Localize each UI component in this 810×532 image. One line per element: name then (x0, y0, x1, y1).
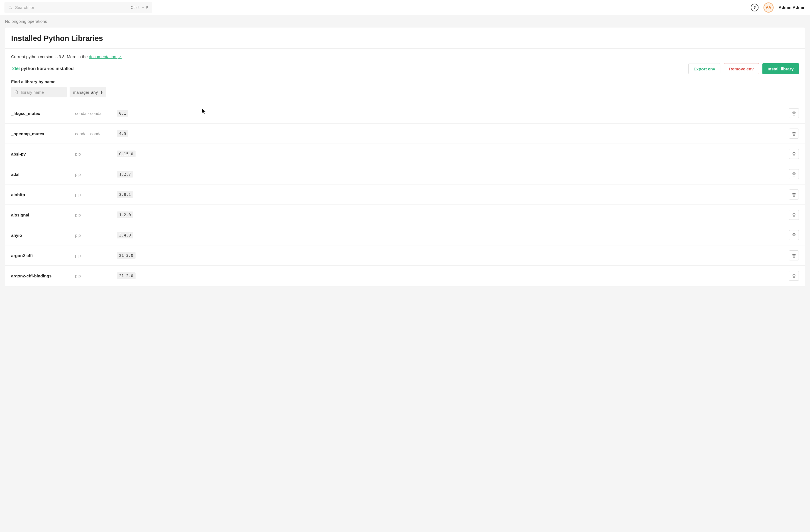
library-search-input[interactable] (21, 90, 63, 95)
delete-button[interactable] (789, 250, 799, 261)
library-name: argon2-cffi (11, 253, 75, 258)
trash-icon (792, 193, 796, 197)
delete-button[interactable] (789, 189, 799, 199)
panel-header: Installed Python Libraries (5, 28, 805, 49)
trash-icon (792, 132, 796, 136)
library-manager: pip (75, 253, 117, 258)
libraries-table: _libgcc_mutexconda - conda0.1_openmp_mut… (5, 103, 805, 286)
global-search-box[interactable]: Ctrl + P (4, 2, 152, 13)
delete-button[interactable] (789, 108, 799, 118)
library-name: _libgcc_mutex (11, 111, 75, 116)
library-version: 21.2.0 (117, 272, 788, 279)
shortcut-ctrl: Ctrl (131, 5, 140, 10)
library-manager: pip (75, 233, 117, 238)
svg-point-0 (9, 6, 11, 8)
library-version: 3.4.0 (117, 232, 788, 238)
external-link-icon: ↗ (118, 54, 122, 59)
library-manager: conda - conda (75, 111, 117, 116)
page-title: Installed Python Libraries (11, 34, 799, 43)
manager-label: manager (73, 90, 90, 95)
library-version: 0.1 (117, 110, 788, 117)
table-row: anyiopip3.4.0 (5, 225, 805, 245)
username: Admin Admin (779, 5, 806, 10)
trash-icon (792, 213, 796, 217)
shortcut-key: P (146, 5, 148, 10)
filter-controls: manager any ▲▼ (11, 87, 799, 97)
table-row: aiosignalpip1.2.0 (5, 205, 805, 225)
library-version: 3.8.1 (117, 191, 788, 198)
library-name: adal (11, 172, 75, 177)
manager-value: any (91, 90, 98, 95)
library-search-box[interactable] (11, 87, 67, 97)
help-icon[interactable]: ? (751, 4, 759, 12)
version-text: Current python version is 3.8. More in t… (11, 54, 89, 59)
count-row: 256 python libraries installed Export en… (11, 63, 799, 74)
library-manager: pip (75, 172, 117, 177)
delete-button[interactable] (789, 169, 799, 179)
search-icon (9, 5, 12, 10)
python-version-info: Current python version is 3.8. More in t… (11, 54, 799, 59)
table-row: argon2-cffipip21.3.0 (5, 245, 805, 266)
delete-button[interactable] (789, 271, 799, 281)
trash-icon (792, 152, 796, 156)
delete-button[interactable] (789, 230, 799, 240)
library-manager: pip (75, 273, 117, 278)
count-suffix: python libraries installed (20, 66, 74, 71)
documentation-link[interactable]: documentation ↗ (89, 54, 122, 59)
avatar[interactable]: AA (763, 2, 774, 13)
library-name: anyio (11, 233, 75, 238)
library-version: 1.2.0 (117, 212, 788, 218)
table-row: aiohttppip3.8.1 (5, 184, 805, 205)
global-search-input[interactable] (15, 5, 131, 10)
topbar: Ctrl + P ? AA Admin Admin (0, 0, 810, 15)
library-name: aiohttp (11, 192, 75, 197)
library-name: _openmp_mutex (11, 131, 75, 136)
filter-label: Find a library by name (11, 79, 799, 84)
table-row: _openmp_mutexconda - conda4.5 (5, 123, 805, 144)
library-version: 4.5 (117, 130, 788, 137)
library-version: 21.3.0 (117, 252, 788, 259)
library-manager: pip (75, 152, 117, 156)
operations-status: No ongoing operations (0, 15, 810, 28)
count-number: 256 (12, 66, 20, 71)
library-manager: pip (75, 213, 117, 217)
sort-icon: ▲▼ (100, 90, 103, 94)
svg-line-3 (17, 93, 18, 94)
table-row: adalpip1.2.7 (5, 164, 805, 184)
svg-point-2 (15, 90, 18, 93)
library-version: 0.15.0 (117, 151, 788, 157)
search-shortcut: Ctrl + P (131, 5, 148, 10)
library-manager: pip (75, 192, 117, 197)
action-buttons: Export env Remove env Install library (688, 63, 799, 74)
svg-line-1 (11, 8, 12, 9)
table-row: absl-pypip0.15.0 (5, 144, 805, 164)
trash-icon (792, 274, 796, 278)
filter-section: Find a library by name manager any ▲▼ (5, 79, 805, 103)
trash-icon (792, 111, 796, 115)
delete-button[interactable] (789, 210, 799, 220)
shortcut-plus: + (142, 5, 144, 10)
delete-button[interactable] (789, 149, 799, 159)
main-panel: Installed Python Libraries Current pytho… (5, 28, 805, 286)
table-row: argon2-cffi-bindingspip21.2.0 (5, 266, 805, 286)
manager-select[interactable]: manager any ▲▼ (69, 87, 106, 97)
library-name: absl-py (11, 152, 75, 156)
library-name: argon2-cffi-bindings (11, 273, 75, 278)
trash-icon (792, 253, 796, 257)
info-section: Current python version is 3.8. More in t… (5, 49, 805, 74)
trash-icon (792, 233, 796, 237)
table-row: _libgcc_mutexconda - conda0.1 (5, 103, 805, 123)
library-manager: conda - conda (75, 131, 117, 136)
trash-icon (792, 172, 796, 177)
library-name: aiosignal (11, 213, 75, 217)
export-env-button[interactable]: Export env (688, 63, 720, 74)
library-count: 256 python libraries installed (11, 66, 74, 71)
topbar-right: ? AA Admin Admin (751, 2, 806, 13)
delete-button[interactable] (789, 129, 799, 138)
search-icon (15, 90, 19, 94)
remove-env-button[interactable]: Remove env (724, 63, 759, 74)
install-library-button[interactable]: Install library (762, 63, 799, 74)
library-version: 1.2.7 (117, 171, 788, 178)
